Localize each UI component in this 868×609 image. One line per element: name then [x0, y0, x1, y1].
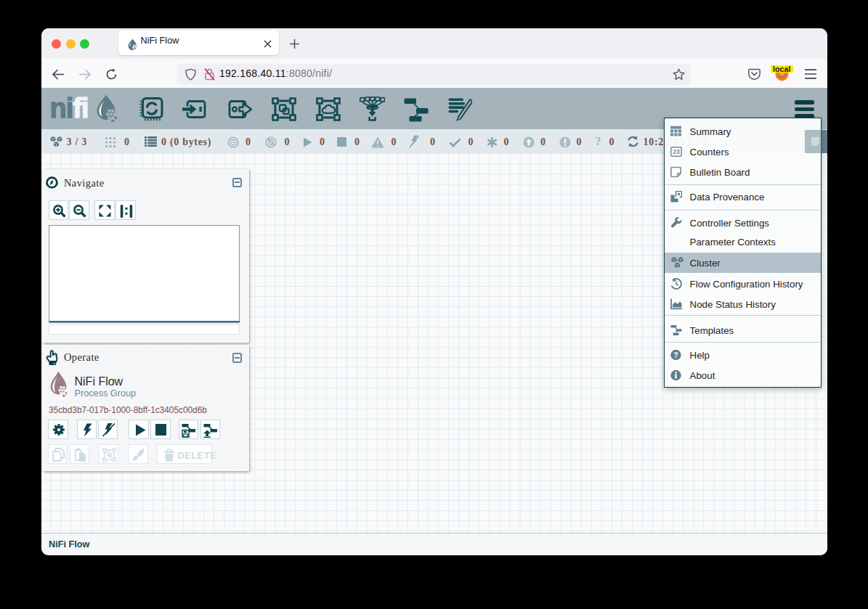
svg-text:?: ? [673, 351, 678, 359]
svg-text:23: 23 [673, 149, 680, 156]
